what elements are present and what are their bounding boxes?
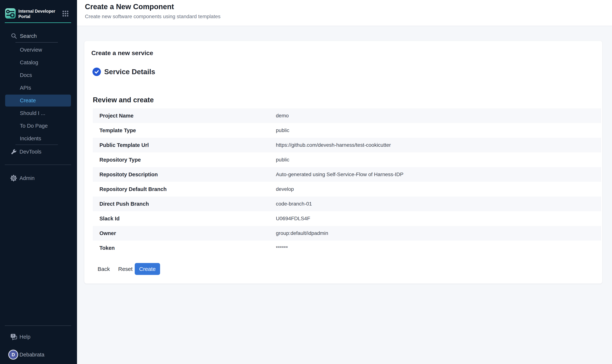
user-avatar: D bbox=[9, 351, 17, 359]
field-row: Project Name demo bbox=[93, 108, 601, 123]
sidebar-divider bbox=[5, 165, 71, 165]
field-value: Auto-generated using Self-Service-Flow o… bbox=[276, 171, 403, 177]
field-row: Public Template Url https://github.com/d… bbox=[93, 138, 601, 152]
sidebar-nav-item[interactable]: Incidents bbox=[5, 133, 71, 144]
sidebar-nav-item-label: Should I ... bbox=[5, 110, 45, 116]
sidebar-nav-item[interactable]: Overview bbox=[5, 44, 71, 56]
sidebar-item-admin[interactable]: Admin bbox=[0, 173, 77, 183]
gear-icon bbox=[10, 175, 17, 182]
field-row: Repository Default Branch develop bbox=[93, 182, 601, 196]
sidebar-nav: Overview Catalog Docs APIs Create Should… bbox=[5, 44, 71, 145]
search-label: Search bbox=[20, 33, 37, 39]
step-complete-icon bbox=[93, 68, 101, 76]
page-header: Create a New Component Create new softwa… bbox=[77, 0, 612, 26]
field-value: https://github.com/devesh-harness/test-c… bbox=[276, 142, 391, 148]
sidebar-item-devtools-label: DevTools bbox=[19, 149, 41, 155]
search-icon bbox=[11, 33, 17, 39]
field-row: Owner group:default/idpadmin bbox=[93, 226, 601, 241]
page-title: Create a New Component bbox=[85, 2, 174, 11]
field-value: U0694FDLS4F bbox=[276, 216, 310, 221]
review-section-title: Review and create bbox=[93, 96, 154, 104]
sidebar-nav-item-label: Incidents bbox=[5, 136, 41, 142]
field-row: Token ****** bbox=[93, 241, 601, 255]
field-label: Token bbox=[93, 245, 276, 251]
main-content: Create a new service Service Details Rev… bbox=[77, 26, 612, 364]
sidebar-divider bbox=[5, 325, 71, 326]
field-row: Direct Push Branch code-branch-01 bbox=[93, 196, 601, 211]
sidebar-nav-item[interactable]: Catalog bbox=[5, 57, 71, 68]
search-underline bbox=[15, 42, 58, 43]
sidebar-accent-divider bbox=[5, 22, 71, 23]
svg-text:?: ? bbox=[12, 334, 14, 337]
sidebar-nav-item[interactable]: Docs bbox=[5, 69, 71, 81]
sidebar-item-help-label: Help bbox=[19, 334, 30, 340]
field-row: Template Type public bbox=[93, 123, 601, 138]
apps-grid-icon[interactable] bbox=[62, 10, 69, 17]
reset-button[interactable]: Reset bbox=[113, 263, 137, 275]
step-label: Service Details bbox=[104, 68, 155, 76]
sidebar: Internal Developer Portal Search Overvie… bbox=[0, 0, 77, 364]
sidebar-item-help[interactable]: ? Help bbox=[0, 332, 77, 342]
review-table: Project Name demo Template Type public P… bbox=[93, 108, 601, 255]
field-value: code-branch-01 bbox=[276, 201, 312, 207]
field-label: Repository Type bbox=[93, 157, 276, 163]
create-service-card: Create a new service Service Details Rev… bbox=[84, 41, 602, 284]
field-label: Repository Default Branch bbox=[93, 186, 276, 192]
field-value: group:default/idpadmin bbox=[276, 230, 328, 236]
field-label: Direct Push Branch bbox=[93, 201, 276, 207]
sidebar-search[interactable]: Search bbox=[0, 32, 77, 40]
app-title: Internal Developer Portal bbox=[18, 9, 58, 19]
field-label: Public Template Url bbox=[93, 142, 276, 148]
field-label: Slack Id bbox=[93, 216, 276, 222]
sidebar-nav-item[interactable]: Should I ... bbox=[5, 107, 71, 119]
field-label: Owner bbox=[93, 230, 276, 236]
field-value: develop bbox=[276, 186, 294, 192]
field-label: Template Type bbox=[93, 128, 276, 133]
help-chat-icon: ? bbox=[10, 334, 17, 340]
user-menu[interactable]: D Debabrata bbox=[0, 349, 77, 360]
field-value: public bbox=[276, 128, 289, 133]
sidebar-nav-item-label: Catalog bbox=[5, 60, 38, 65]
sidebar-item-admin-label: Admin bbox=[19, 175, 35, 181]
field-row: Repository Type public bbox=[93, 152, 601, 167]
sidebar-nav-item[interactable]: Create bbox=[5, 95, 71, 106]
user-name: Debabrata bbox=[19, 352, 44, 358]
step-service-details: Service Details bbox=[93, 67, 155, 76]
field-value: ****** bbox=[276, 245, 288, 251]
sidebar-nav-item-label: To Do Page bbox=[5, 123, 48, 129]
field-label: Repositoty Description bbox=[93, 171, 276, 178]
back-button[interactable]: Back bbox=[93, 263, 115, 275]
field-label: Project Name bbox=[93, 113, 276, 119]
sidebar-nav-item[interactable]: To Do Page bbox=[5, 120, 71, 132]
sidebar-nav-item-label: Create bbox=[5, 98, 36, 104]
sidebar-nav-item[interactable]: APIs bbox=[5, 82, 71, 94]
field-row: Slack Id U0694FDLS4F bbox=[93, 211, 601, 226]
field-row: Repositoty Description Auto-generated us… bbox=[93, 167, 601, 182]
sidebar-nav-item-label: Overview bbox=[5, 47, 42, 53]
wrench-icon bbox=[10, 148, 17, 155]
sidebar-item-devtools[interactable]: DevTools bbox=[0, 146, 77, 157]
sidebar-nav-item-label: Docs bbox=[5, 72, 32, 78]
field-value: public bbox=[276, 157, 289, 163]
sidebar-divider bbox=[15, 144, 58, 145]
field-value: demo bbox=[276, 113, 289, 119]
sidebar-nav-item-label: APIs bbox=[5, 85, 31, 91]
create-button[interactable]: Create bbox=[135, 263, 160, 275]
app-logo-icon[interactable] bbox=[5, 8, 16, 19]
card-title: Create a new service bbox=[91, 49, 153, 57]
page-subtitle: Create new software components using sta… bbox=[85, 13, 221, 19]
